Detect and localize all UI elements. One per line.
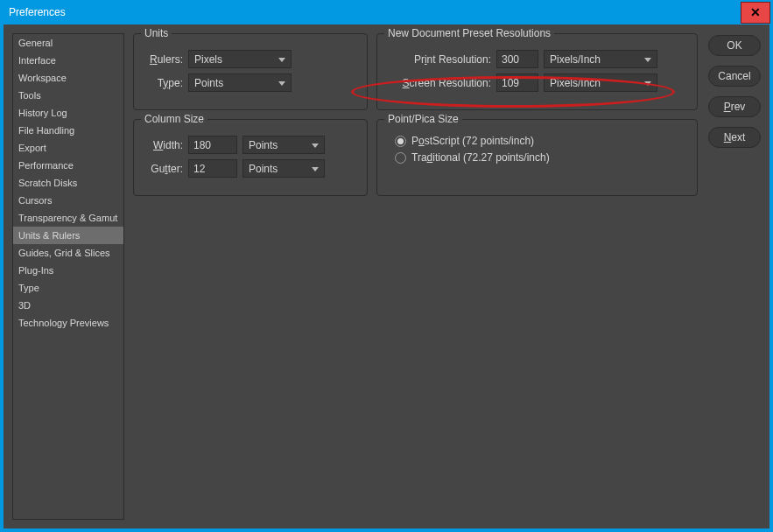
main-panel: Units Rulers: Pixels Type: Points New Do… [133, 33, 761, 520]
traditional-radio-row[interactable]: Traditional (72.27 points/inch) [395, 151, 686, 164]
screen-res-unit-select[interactable]: Pixels/Inch [544, 74, 657, 92]
sidebar-item-cursors[interactable]: Cursors [13, 192, 123, 209]
traditional-label: Traditional (72.27 points/inch) [411, 151, 550, 164]
sidebar-item-guides[interactable]: Guides, Grid & Slices [13, 244, 123, 262]
sidebar-item-interface[interactable]: Interface [13, 52, 123, 69]
ok-button[interactable]: OK [708, 35, 761, 56]
sidebar-item-file-handling[interactable]: File Handling [13, 122, 123, 139]
window-title: Preferences [9, 6, 741, 18]
print-res-unit-select[interactable]: Pixels/Inch [544, 50, 657, 68]
sidebar: General Interface Workspace Tools Histor… [12, 33, 124, 520]
close-icon: ✕ [750, 5, 761, 19]
sidebar-item-type[interactable]: Type [13, 279, 123, 297]
button-column: OK Cancel Prev Next [708, 33, 761, 520]
width-label: Width: [144, 139, 183, 151]
row-1: Units Rulers: Pixels Type: Points New Do… [133, 33, 698, 110]
preferences-window: Preferences ✕ General Interface Workspac… [0, 0, 773, 532]
sidebar-item-history-log[interactable]: History Log [13, 104, 123, 122]
gutter-unit-select[interactable]: Points [242, 159, 325, 178]
content-area: General Interface Workspace Tools Histor… [4, 24, 769, 528]
column-size-fieldset: Column Size Width: Points Gutter: Points [133, 119, 368, 196]
units-legend: Units [141, 27, 172, 39]
resolutions-fieldset: New Document Preset Resolutions Print Re… [376, 33, 698, 110]
next-button[interactable]: Next [708, 127, 761, 148]
postscript-radio-row[interactable]: PostScript (72 points/inch) [395, 135, 686, 147]
type-select[interactable]: Points [188, 74, 292, 92]
sidebar-item-workspace[interactable]: Workspace [13, 69, 123, 87]
width-unit-select[interactable]: Points [242, 136, 325, 154]
rulers-label: Rulers: [144, 53, 183, 66]
sidebar-item-transparency[interactable]: Transparency & Gamut [13, 209, 123, 227]
sidebar-item-3d[interactable]: 3D [13, 297, 123, 314]
titlebar: Preferences ✕ [0, 0, 773, 24]
gutter-label: Gutter: [144, 163, 183, 175]
sidebar-item-tech-previews[interactable]: Technology Previews [13, 314, 123, 332]
type-label: Type: [144, 77, 183, 89]
postscript-radio[interactable] [395, 136, 406, 147]
cancel-button[interactable]: Cancel [708, 66, 761, 87]
sidebar-item-tools[interactable]: Tools [13, 87, 123, 104]
postscript-label: PostScript (72 points/inch) [411, 135, 534, 147]
pointpica-fieldset: Point/Pica Size PostScript (72 points/in… [376, 119, 698, 196]
panels: Units Rulers: Pixels Type: Points New Do… [133, 33, 698, 520]
row-2: Column Size Width: Points Gutter: Points [133, 119, 698, 196]
close-button[interactable]: ✕ [741, 2, 770, 24]
sidebar-item-scratch-disks[interactable]: Scratch Disks [13, 174, 123, 192]
units-fieldset: Units Rulers: Pixels Type: Points [133, 33, 368, 110]
screen-res-label: Screen Resolution: [388, 77, 491, 89]
prev-button[interactable]: Prev [708, 96, 761, 117]
screen-res-input[interactable] [496, 74, 538, 92]
pointpica-legend: Point/Pica Size [384, 113, 462, 125]
resolutions-legend: New Document Preset Resolutions [384, 27, 554, 39]
sidebar-item-performance[interactable]: Performance [13, 157, 123, 174]
print-res-input[interactable] [496, 50, 538, 68]
gutter-input[interactable] [188, 159, 237, 178]
sidebar-item-general[interactable]: General [13, 34, 123, 52]
sidebar-item-units-rulers[interactable]: Units & Rulers [13, 227, 123, 244]
print-res-label: Print Resolution: [388, 53, 491, 66]
traditional-radio[interactable] [395, 152, 406, 164]
sidebar-item-export[interactable]: Export [13, 139, 123, 157]
rulers-select[interactable]: Pixels [188, 50, 292, 68]
column-legend: Column Size [141, 113, 207, 125]
width-input[interactable] [188, 136, 237, 154]
sidebar-item-plugins[interactable]: Plug-Ins [13, 262, 123, 279]
